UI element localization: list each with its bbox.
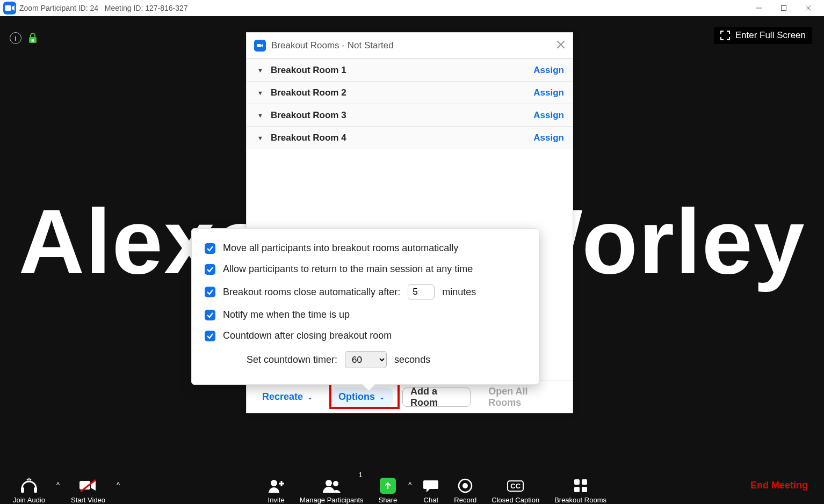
invite-button[interactable]: Invite <box>260 466 292 504</box>
share-label: Share <box>379 496 397 504</box>
svg-rect-21 <box>574 479 580 485</box>
video-menu-caret[interactable]: ^ <box>113 481 124 490</box>
meeting-info-icon[interactable]: i <box>10 32 21 44</box>
svg-point-20 <box>462 483 468 488</box>
participant-count: 1 <box>358 471 362 479</box>
options-label: Options <box>338 391 375 403</box>
dialog-close-button[interactable] <box>556 40 565 51</box>
open-all-label: Open All Rooms <box>488 386 557 408</box>
svg-point-18 <box>333 481 338 486</box>
end-meeting-button[interactable]: End Meeting <box>750 480 819 491</box>
record-label: Record <box>454 496 476 504</box>
encryption-lock-icon[interactable]: E <box>28 33 38 43</box>
open-all-rooms-button[interactable]: Open All Rooms <box>480 388 565 407</box>
meeting-id-label: Meeting ID: <box>105 4 143 12</box>
checkbox-notify[interactable] <box>205 310 215 320</box>
svg-rect-24 <box>582 487 587 492</box>
options-popover: Move all participants into breakout room… <box>191 228 539 385</box>
end-meeting-label: End Meeting <box>750 480 808 491</box>
start-video-button[interactable]: Start Video <box>63 466 113 504</box>
svg-rect-2 <box>782 6 786 11</box>
window-maximize-button[interactable] <box>771 0 796 16</box>
assign-link[interactable]: Assign <box>533 65 564 76</box>
assign-link[interactable]: Assign <box>533 87 564 98</box>
zoom-logo-icon <box>3 2 16 14</box>
participant-id-label: Participant ID: <box>41 4 88 12</box>
window-titlebar: Zoom Participant ID: 24 Meeting ID: 127-… <box>0 0 824 16</box>
window-minimize-button[interactable] <box>747 0 771 16</box>
breakout-room-row[interactable]: ▼Breakout Room 4Assign <box>247 126 573 149</box>
add-room-button[interactable]: Add a Room <box>402 388 471 407</box>
record-button[interactable]: Record <box>446 466 484 504</box>
fullscreen-label: Enter Full Screen <box>735 30 806 41</box>
caret-down-icon: ▼ <box>257 135 263 141</box>
invite-label: Invite <box>268 496 285 504</box>
svg-rect-11 <box>34 487 37 493</box>
caret-down-icon: ▼ <box>257 90 263 96</box>
share-button[interactable]: Share <box>371 466 405 504</box>
video-off-icon <box>78 477 98 495</box>
caret-down-icon: ▼ <box>257 112 263 119</box>
add-room-label: Add a Room <box>410 386 462 408</box>
checkbox-auto-close[interactable] <box>205 287 215 297</box>
closed-caption-button[interactable]: CC Closed Caption <box>484 466 547 504</box>
chat-icon <box>423 477 439 495</box>
video-stage: Alexander Worley i E Enter Full Screen B… <box>0 16 824 466</box>
breakout-room-row[interactable]: ▼Breakout Room 3Assign <box>247 104 573 126</box>
svg-rect-22 <box>582 479 587 485</box>
join-audio-label: Join Audio <box>13 496 45 504</box>
checkbox-countdown[interactable] <box>205 331 215 341</box>
invite-icon <box>268 477 285 495</box>
breakout-room-row[interactable]: ▼Breakout Room 2Assign <box>247 81 573 104</box>
app-name: Zoom <box>19 4 39 12</box>
svg-rect-7 <box>257 44 261 47</box>
svg-rect-10 <box>21 487 24 493</box>
auto-close-minutes-input[interactable] <box>408 284 435 300</box>
join-audio-button[interactable]: Join Audio <box>5 466 53 504</box>
share-screen-icon <box>380 478 396 494</box>
manage-participants-button[interactable]: 1 Manage Participants <box>292 466 371 504</box>
chat-button[interactable]: Chat <box>415 466 446 504</box>
chevron-down-icon: ⌄ <box>307 393 313 401</box>
manage-participants-label: Manage Participants <box>300 496 364 504</box>
assign-link[interactable]: Assign <box>533 133 564 143</box>
recreate-button[interactable]: Recreate ⌄ <box>254 388 321 407</box>
chat-label: Chat <box>424 496 438 504</box>
svg-rect-23 <box>574 487 580 492</box>
share-menu-caret[interactable]: ^ <box>404 481 415 490</box>
options-button[interactable]: Options ⌄ <box>330 388 393 407</box>
fullscreen-icon <box>720 31 730 40</box>
checkbox-auto-move[interactable] <box>205 243 215 254</box>
svg-point-17 <box>326 480 332 486</box>
countdown-timer-select[interactable]: 60 <box>345 351 387 368</box>
breakout-rooms-icon <box>574 477 588 495</box>
meeting-id: 127-816-327 <box>145 4 187 12</box>
enter-fullscreen-button[interactable]: Enter Full Screen <box>714 27 812 44</box>
opt-notify-label: Notify me when the time is up <box>223 309 350 320</box>
room-name: Breakout Room 4 <box>271 133 533 143</box>
zoom-logo-icon <box>254 40 266 52</box>
svg-point-14 <box>271 480 277 486</box>
cc-icon: CC <box>507 477 524 495</box>
countdown-unit: seconds <box>394 354 430 366</box>
room-name: Breakout Room 2 <box>271 87 533 98</box>
audio-menu-caret[interactable]: ^ <box>53 481 63 490</box>
breakout-rooms-button[interactable]: Breakout Rooms <box>547 466 614 504</box>
window-close-button[interactable] <box>796 0 821 16</box>
svg-text:E: E <box>31 38 34 43</box>
chevron-down-icon: ⌄ <box>379 393 385 401</box>
start-video-label: Start Video <box>71 496 105 504</box>
caret-down-icon: ▼ <box>257 67 263 74</box>
opt-countdown-label: Countdown after closing breakout room <box>223 330 392 341</box>
opt-auto-close-unit: minutes <box>442 287 476 298</box>
countdown-timer-label: Set countdown timer: <box>247 354 337 366</box>
participants-icon <box>322 477 341 495</box>
participant-id: 24 <box>90 4 99 12</box>
recreate-label: Recreate <box>262 391 303 403</box>
opt-auto-move-label: Move all participants into breakout room… <box>223 243 458 254</box>
breakout-rooms-label: Breakout Rooms <box>554 496 606 504</box>
assign-link[interactable]: Assign <box>533 110 564 121</box>
checkbox-allow-return[interactable] <box>205 264 215 275</box>
breakout-room-row[interactable]: ▼Breakout Room 1Assign <box>247 59 573 81</box>
opt-auto-close-label: Breakout rooms close automatically after… <box>223 287 400 298</box>
